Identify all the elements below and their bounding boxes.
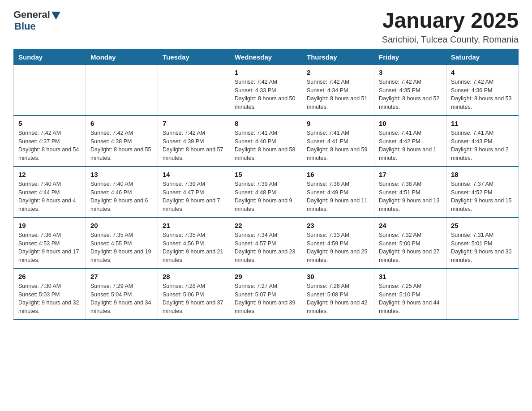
day-info: Sunrise: 7:42 AM Sunset: 4:34 PM Dayligh…	[307, 78, 369, 111]
day-info: Sunrise: 7:32 AM Sunset: 5:00 PM Dayligh…	[379, 231, 442, 265]
day-info: Sunrise: 7:25 AM Sunset: 5:10 PM Dayligh…	[379, 282, 442, 316]
day-info: Sunrise: 7:41 AM Sunset: 4:41 PM Dayligh…	[307, 129, 369, 163]
day-number: 14	[163, 171, 225, 178]
day-info: Sunrise: 7:41 AM Sunset: 4:43 PM Dayligh…	[451, 129, 514, 163]
week-row-2: 5Sunrise: 7:42 AM Sunset: 4:37 PM Daylig…	[14, 116, 519, 167]
page-header: General Blue January 2025 Sarichioi, Tul…	[13, 9, 519, 45]
day-info: Sunrise: 7:29 AM Sunset: 5:04 PM Dayligh…	[90, 282, 153, 316]
day-number: 12	[18, 171, 81, 178]
calendar-cell-w4-d0: 19Sunrise: 7:36 AM Sunset: 4:53 PM Dayli…	[14, 218, 86, 269]
week-row-3: 12Sunrise: 7:40 AM Sunset: 4:44 PM Dayli…	[14, 167, 519, 218]
day-number: 15	[235, 171, 297, 178]
day-info: Sunrise: 7:40 AM Sunset: 4:46 PM Dayligh…	[90, 180, 153, 214]
day-info: Sunrise: 7:37 AM Sunset: 4:52 PM Dayligh…	[451, 180, 514, 214]
calendar-cell-w1-d1	[86, 64, 158, 116]
col-sunday: Sunday	[14, 49, 86, 64]
calendar-cell-w5-d5: 31Sunrise: 7:25 AM Sunset: 5:10 PM Dayli…	[374, 269, 446, 320]
calendar-cell-w3-d2: 14Sunrise: 7:39 AM Sunset: 4:47 PM Dayli…	[158, 167, 230, 218]
day-info: Sunrise: 7:30 AM Sunset: 5:03 PM Dayligh…	[18, 282, 81, 316]
day-info: Sunrise: 7:34 AM Sunset: 4:57 PM Dayligh…	[235, 231, 297, 265]
day-info: Sunrise: 7:38 AM Sunset: 4:49 PM Dayligh…	[307, 180, 369, 214]
day-number: 20	[90, 222, 153, 229]
day-info: Sunrise: 7:42 AM Sunset: 4:35 PM Dayligh…	[379, 78, 442, 111]
day-number: 16	[307, 171, 369, 178]
col-wednesday: Wednesday	[230, 49, 302, 64]
day-number: 22	[235, 222, 297, 229]
day-number: 31	[379, 273, 442, 280]
month-title: January 2025	[382, 9, 519, 33]
calendar-cell-w1-d0	[14, 64, 86, 116]
day-number: 7	[163, 120, 225, 127]
calendar-cell-w3-d6: 18Sunrise: 7:37 AM Sunset: 4:52 PM Dayli…	[446, 167, 519, 218]
day-number: 29	[235, 273, 297, 280]
day-number: 21	[163, 222, 225, 229]
day-info: Sunrise: 7:27 AM Sunset: 5:07 PM Dayligh…	[235, 282, 297, 316]
calendar-cell-w3-d1: 13Sunrise: 7:40 AM Sunset: 4:46 PM Dayli…	[86, 167, 158, 218]
day-number: 9	[307, 120, 369, 127]
day-number: 3	[379, 68, 442, 76]
day-number: 11	[451, 120, 514, 127]
day-info: Sunrise: 7:36 AM Sunset: 4:53 PM Dayligh…	[18, 231, 81, 265]
day-number: 18	[451, 171, 514, 178]
week-row-4: 19Sunrise: 7:36 AM Sunset: 4:53 PM Dayli…	[14, 218, 519, 269]
day-info: Sunrise: 7:28 AM Sunset: 5:06 PM Dayligh…	[163, 282, 225, 316]
calendar-cell-w4-d3: 22Sunrise: 7:34 AM Sunset: 4:57 PM Dayli…	[230, 218, 302, 269]
calendar-cell-w2-d6: 11Sunrise: 7:41 AM Sunset: 4:43 PM Dayli…	[446, 116, 519, 167]
calendar-cell-w1-d2	[158, 64, 230, 116]
day-info: Sunrise: 7:42 AM Sunset: 4:36 PM Dayligh…	[451, 78, 514, 111]
calendar-cell-w3-d0: 12Sunrise: 7:40 AM Sunset: 4:44 PM Dayli…	[14, 167, 86, 218]
day-info: Sunrise: 7:35 AM Sunset: 4:55 PM Dayligh…	[90, 231, 153, 265]
day-number: 4	[451, 68, 514, 76]
calendar-cell-w4-d6: 25Sunrise: 7:31 AM Sunset: 5:01 PM Dayli…	[446, 218, 519, 269]
col-monday: Monday	[86, 49, 158, 64]
day-info: Sunrise: 7:42 AM Sunset: 4:38 PM Dayligh…	[90, 129, 153, 163]
day-number: 30	[307, 273, 369, 280]
day-info: Sunrise: 7:40 AM Sunset: 4:44 PM Dayligh…	[18, 180, 81, 214]
calendar-cell-w1-d5: 3Sunrise: 7:42 AM Sunset: 4:35 PM Daylig…	[374, 64, 446, 116]
calendar-cell-w1-d4: 2Sunrise: 7:42 AM Sunset: 4:34 PM Daylig…	[302, 64, 374, 116]
week-row-5: 26Sunrise: 7:30 AM Sunset: 5:03 PM Dayli…	[14, 269, 519, 320]
day-info: Sunrise: 7:42 AM Sunset: 4:33 PM Dayligh…	[235, 78, 297, 111]
day-number: 23	[307, 222, 369, 229]
logo: General Blue	[13, 9, 60, 32]
title-area: January 2025 Sarichioi, Tulcea County, R…	[382, 9, 519, 45]
calendar-cell-w4-d4: 23Sunrise: 7:33 AM Sunset: 4:59 PM Dayli…	[302, 218, 374, 269]
calendar-cell-w2-d2: 7Sunrise: 7:42 AM Sunset: 4:39 PM Daylig…	[158, 116, 230, 167]
day-number: 2	[307, 68, 369, 76]
calendar-cell-w5-d2: 28Sunrise: 7:28 AM Sunset: 5:06 PM Dayli…	[158, 269, 230, 320]
calendar-body: 1Sunrise: 7:42 AM Sunset: 4:33 PM Daylig…	[14, 64, 519, 320]
calendar-cell-w3-d5: 17Sunrise: 7:38 AM Sunset: 4:51 PM Dayli…	[374, 167, 446, 218]
day-info: Sunrise: 7:41 AM Sunset: 4:42 PM Dayligh…	[379, 129, 442, 163]
calendar-cell-w2-d1: 6Sunrise: 7:42 AM Sunset: 4:38 PM Daylig…	[86, 116, 158, 167]
day-info: Sunrise: 7:39 AM Sunset: 4:47 PM Dayligh…	[163, 180, 225, 214]
day-info: Sunrise: 7:26 AM Sunset: 5:08 PM Dayligh…	[307, 282, 369, 316]
day-number: 8	[235, 120, 297, 127]
day-number: 5	[18, 120, 81, 127]
calendar-cell-w2-d0: 5Sunrise: 7:42 AM Sunset: 4:37 PM Daylig…	[14, 116, 86, 167]
calendar-cell-w4-d1: 20Sunrise: 7:35 AM Sunset: 4:55 PM Dayli…	[86, 218, 158, 269]
day-number: 25	[451, 222, 514, 229]
location-text: Sarichioi, Tulcea County, Romania	[382, 34, 519, 45]
week-row-1: 1Sunrise: 7:42 AM Sunset: 4:33 PM Daylig…	[14, 64, 519, 116]
day-number: 1	[235, 68, 297, 76]
calendar-cell-w1-d3: 1Sunrise: 7:42 AM Sunset: 4:33 PM Daylig…	[230, 64, 302, 116]
day-info: Sunrise: 7:38 AM Sunset: 4:51 PM Dayligh…	[379, 180, 442, 214]
calendar-cell-w4-d5: 24Sunrise: 7:32 AM Sunset: 5:00 PM Dayli…	[374, 218, 446, 269]
day-number: 28	[163, 273, 225, 280]
calendar-cell-w2-d4: 9Sunrise: 7:41 AM Sunset: 4:41 PM Daylig…	[302, 116, 374, 167]
logo-triangle-icon	[51, 12, 60, 20]
day-info: Sunrise: 7:41 AM Sunset: 4:40 PM Dayligh…	[235, 129, 297, 163]
day-number: 17	[379, 171, 442, 178]
calendar-cell-w1-d6: 4Sunrise: 7:42 AM Sunset: 4:36 PM Daylig…	[446, 64, 519, 116]
logo-blue-text: Blue	[14, 21, 36, 32]
calendar-cell-w5-d0: 26Sunrise: 7:30 AM Sunset: 5:03 PM Dayli…	[14, 269, 86, 320]
day-number: 27	[90, 273, 153, 280]
logo-general-text: General	[13, 9, 50, 21]
day-number: 13	[90, 171, 153, 178]
col-friday: Friday	[374, 49, 446, 64]
day-info: Sunrise: 7:31 AM Sunset: 5:01 PM Dayligh…	[451, 231, 514, 265]
calendar-cell-w5-d6	[446, 269, 519, 320]
calendar-header: Sunday Monday Tuesday Wednesday Thursday…	[14, 49, 519, 64]
day-number: 6	[90, 120, 153, 127]
calendar-cell-w5-d4: 30Sunrise: 7:26 AM Sunset: 5:08 PM Dayli…	[302, 269, 374, 320]
